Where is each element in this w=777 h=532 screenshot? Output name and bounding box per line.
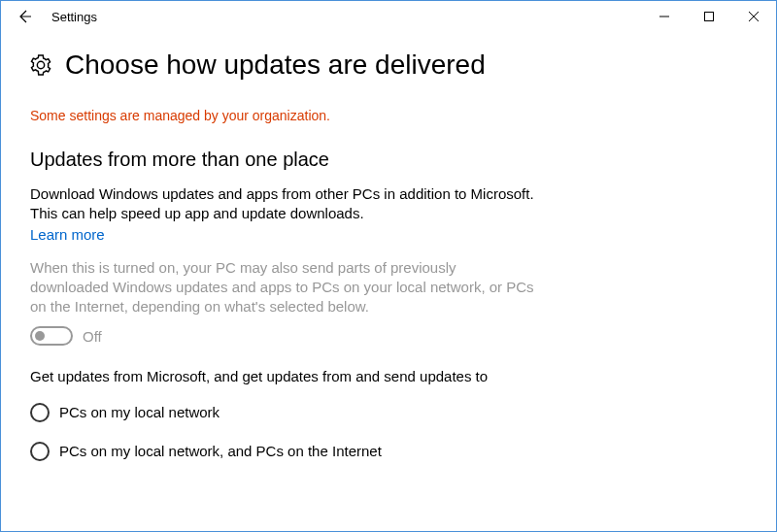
radio-label: PCs on my local network xyxy=(59,404,220,420)
radio-label: PCs on my local network, and PCs on the … xyxy=(59,443,382,459)
close-icon xyxy=(749,12,759,21)
titlebar: Settings xyxy=(1,1,776,32)
toggle-state-label: Off xyxy=(83,328,102,345)
arrow-left-icon xyxy=(17,9,32,24)
back-button[interactable] xyxy=(1,1,48,32)
gear-icon xyxy=(30,54,51,76)
section-description: Download Windows updates and apps from o… xyxy=(30,184,535,224)
delivery-toggle[interactable] xyxy=(30,326,73,346)
toggle-knob xyxy=(35,331,45,341)
svg-rect-0 xyxy=(705,13,714,21)
choice-intro-text: Get updates from Microsoft, and get upda… xyxy=(30,367,535,386)
radio-option-internet[interactable]: PCs on my local network, and PCs on the … xyxy=(30,442,747,461)
page-title: Choose how updates are delivered xyxy=(65,50,486,81)
close-button[interactable] xyxy=(731,1,776,32)
learn-more-link[interactable]: Learn more xyxy=(30,226,105,243)
disabled-info-text: When this is turned on, your PC may also… xyxy=(30,258,535,317)
radio-icon xyxy=(30,403,50,422)
settings-window: Settings Choose how updates are delivere… xyxy=(0,0,777,532)
section-title: Updates from more than one place xyxy=(30,149,747,171)
window-title: Settings xyxy=(48,10,97,24)
content-area: Choose how updates are delivered Some se… xyxy=(1,32,776,531)
maximize-button[interactable] xyxy=(687,1,731,32)
delivery-toggle-row: Off xyxy=(30,326,747,346)
minimize-button[interactable] xyxy=(642,1,687,32)
page-header: Choose how updates are delivered xyxy=(30,50,747,81)
radio-icon xyxy=(30,442,50,461)
minimize-icon xyxy=(659,12,669,21)
maximize-icon xyxy=(704,12,714,21)
radio-option-local[interactable]: PCs on my local network xyxy=(30,403,747,422)
organization-notice: Some settings are managed by your organi… xyxy=(30,108,747,123)
